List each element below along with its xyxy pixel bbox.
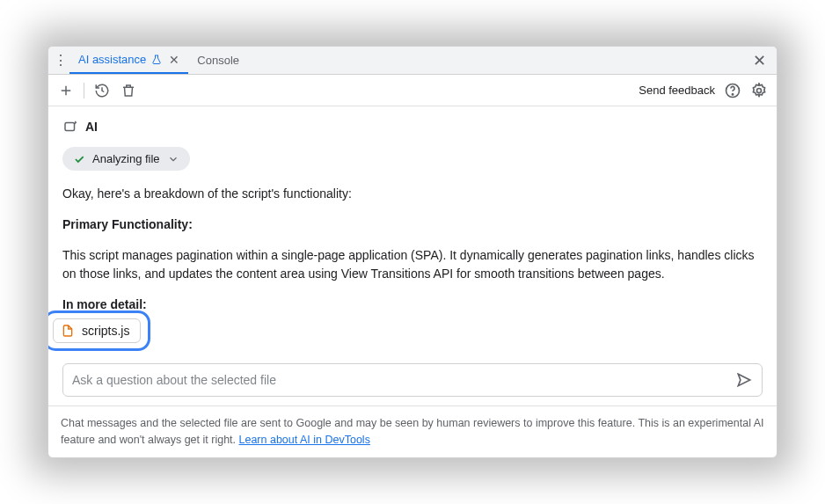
more-tabs-icon[interactable]: ⋮ — [52, 52, 69, 69]
chat-content: AI Analyzing file Okay, here's a breakdo… — [48, 106, 777, 405]
message-heading-2: In more detail: — [62, 297, 147, 311]
selected-file-chip[interactable]: scripts.js — [53, 318, 141, 343]
message-heading: Primary Functionality: — [62, 217, 193, 231]
tab-ai-assistance[interactable]: AI assistance ✕ — [69, 47, 188, 74]
flask-icon — [151, 55, 162, 65]
chat-input[interactable] — [72, 373, 735, 387]
history-button[interactable] — [93, 82, 111, 99]
chevron-down-icon — [167, 153, 179, 165]
disclaimer-footer: Chat messages and the selected file are … — [48, 405, 777, 457]
send-button[interactable] — [735, 371, 753, 389]
new-chat-button[interactable] — [57, 82, 75, 99]
ai-label: AI — [85, 120, 98, 134]
file-name: scripts.js — [82, 324, 129, 338]
disclaimer-text: Chat messages and the selected file are … — [61, 417, 764, 446]
close-panel-icon[interactable]: ✕ — [746, 51, 773, 70]
selected-file-highlight: scripts.js — [48, 310, 150, 351]
ai-message: Okay, here's a breakdown of the script's… — [62, 185, 763, 314]
settings-button[interactable] — [750, 82, 768, 99]
tab-console[interactable]: Console — [188, 47, 248, 74]
delete-button[interactable] — [120, 82, 137, 99]
ai-header: AI — [62, 119, 763, 135]
close-icon[interactable]: ✕ — [169, 53, 179, 67]
message-intro: Okay, here's a breakdown of the script's… — [62, 185, 763, 203]
svg-point-2 — [757, 88, 762, 92]
svg-rect-3 — [65, 123, 75, 131]
learn-more-link[interactable]: Learn about AI in DevTools — [239, 434, 370, 446]
tab-label: AI assistance — [78, 53, 146, 66]
toolbar: Send feedback — [48, 75, 777, 106]
check-icon — [73, 153, 85, 165]
message-body: This script manages pagination within a … — [62, 246, 763, 283]
tab-label: Console — [197, 54, 239, 67]
send-feedback-link[interactable]: Send feedback — [639, 84, 715, 97]
svg-point-1 — [732, 93, 733, 94]
file-icon — [61, 324, 75, 338]
chat-input-row — [62, 363, 763, 397]
toolbar-divider — [84, 83, 84, 99]
help-button[interactable] — [724, 82, 741, 99]
status-text: Analyzing file — [92, 152, 160, 165]
devtools-panel: ⋮ AI assistance ✕ Console ✕ Send feedbac… — [47, 46, 778, 458]
status-chip[interactable]: Analyzing file — [62, 147, 190, 171]
sparkle-icon — [62, 119, 78, 135]
tab-bar: ⋮ AI assistance ✕ Console ✕ — [48, 47, 777, 75]
